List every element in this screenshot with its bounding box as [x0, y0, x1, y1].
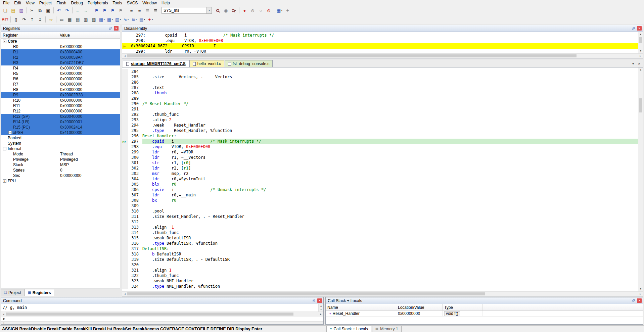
scroll-thumb[interactable] [639, 98, 642, 112]
tab-memory-1[interactable]: ▦Memory 1 [372, 326, 402, 332]
menu-item-peripherals[interactable]: Peripherals [85, 0, 110, 6]
pin-icon[interactable] [108, 26, 113, 31]
code-line[interactable]: 293 .align 2 [122, 117, 638, 123]
register-row-r10[interactable]: R100x00000000 [1, 98, 120, 103]
navigate-forward-button[interactable]: → [82, 7, 90, 14]
code-line[interactable]: 317DefaultISR: [122, 246, 638, 251]
close-icon[interactable]: ✕ [317, 298, 322, 303]
tab-registers[interactable]: ▦Registers [25, 289, 54, 296]
new-file-button[interactable]: ❏ [1, 7, 9, 14]
incremental-find-button[interactable]: ▾ [230, 7, 238, 14]
location-column-header[interactable]: Location/Value [396, 304, 443, 311]
code-line[interactable]: 302 ldr r2, [r1] [122, 165, 638, 171]
find-in-files-button[interactable] [214, 7, 222, 14]
scroll-thumb[interactable] [127, 292, 485, 295]
code-line[interactable]: 298 .equ VTOR, 0xE000ED08 [122, 144, 638, 149]
type-column-header[interactable]: Type [443, 304, 483, 311]
disassembly-window-toggle[interactable]: ▦ [66, 16, 74, 23]
menu-item-svcs[interactable]: SVCS [125, 0, 140, 6]
register-row-core[interactable]: -Core [1, 39, 120, 44]
scroll-track[interactable] [638, 37, 643, 49]
scroll-down-icon[interactable]: ▼ [638, 287, 643, 291]
menu-item-project[interactable]: Project [37, 0, 54, 6]
code-line[interactable]: 307 ldr r0,=__main [122, 192, 638, 198]
scroll-left-icon[interactable]: ◄ [122, 293, 127, 295]
register-column-header[interactable]: Register [1, 32, 58, 38]
scroll-thumb[interactable] [639, 37, 642, 43]
command-log[interactable]: // g, main ▲ ▼ [1, 304, 323, 312]
disassembly-hscrollbar[interactable]: ◄ ► [122, 53, 643, 58]
pin-icon[interactable] [312, 298, 316, 303]
register-row-privilege[interactable]: PrivilegePrivileged [1, 157, 120, 162]
collapse-icon[interactable]: - [3, 40, 6, 43]
code-line[interactable]: 285 .size __Vectors, . - __Vectors [122, 74, 638, 80]
disable-all-breakpoints-button[interactable]: ○ [257, 7, 265, 14]
show-next-statement-button[interactable]: ⇒ [47, 16, 55, 23]
disassembly-vscrollbar[interactable]: ▲ ▼ [638, 32, 643, 53]
scroll-right-icon[interactable]: ► [638, 293, 643, 295]
register-row-r14lr[interactable]: R14 (LR)0x20000001 [1, 119, 120, 125]
command-vscrollbar[interactable]: ▲ ▼ [318, 304, 323, 312]
code-line[interactable]: 300 ldr r1, =__Vectors [122, 155, 638, 160]
toolbox-dropdown[interactable]: ✦▾ [146, 16, 154, 23]
serial-windows-dropdown[interactable]: ▥▾ [114, 16, 122, 23]
chevron-down-icon[interactable]: ▾ [206, 7, 212, 13]
code-line[interactable]: 312 [122, 219, 638, 225]
code-line[interactable]: 287 .text [122, 85, 638, 90]
bookmark-next-button[interactable]: ⚑ [109, 7, 117, 14]
step-over-button[interactable]: ↷ [20, 16, 28, 23]
close-icon[interactable]: ✕ [114, 26, 119, 31]
scroll-up-icon[interactable]: ▲ [638, 67, 643, 72]
paste-button[interactable]: ▣ [44, 7, 52, 14]
symbol-window-toggle[interactable]: ▤ [74, 16, 82, 23]
register-row-banked[interactable]: Banked [1, 135, 120, 141]
code-line[interactable]: 299 ldr r0, =VTOR [122, 149, 638, 155]
tab-project[interactable]: ❏Project [1, 289, 24, 296]
code-line[interactable]: 303 msr msp, r2 [122, 171, 638, 176]
register-row-states[interactable]: States0 [1, 168, 120, 173]
code-line[interactable]: 296Reset_Handler: [122, 133, 638, 139]
comment-selection-button[interactable]: ≣ [144, 7, 151, 14]
code-line[interactable]: 304 ldr r0,=SystemInit [122, 176, 638, 182]
code-line[interactable]: 295 .type Reset_Handler, %function [122, 128, 638, 133]
code-line[interactable]: 315 .weak DefaultISR [122, 235, 638, 241]
configure-button[interactable]: ✦ [284, 7, 291, 14]
disassembly-current-line[interactable]: ▶0x30002414 B672 CPSID I [122, 43, 638, 49]
scroll-down-icon[interactable]: ▼ [319, 308, 323, 312]
window-layout-dropdown[interactable]: ▦▾ [276, 7, 283, 14]
call-stack-row[interactable]: ♦Reset_Handler0x00000000void f() [326, 311, 643, 317]
scroll-down-icon[interactable]: ▼ [638, 49, 643, 53]
system-viewer-dropdown[interactable]: ▤▾ [138, 16, 146, 23]
code-line[interactable]: 318 b DefaultISR [122, 251, 638, 257]
command-input[interactable]: > [1, 316, 323, 321]
scroll-track[interactable] [638, 72, 643, 287]
value-column-header[interactable]: Value [58, 32, 120, 38]
code-line[interactable]: 309 [122, 203, 638, 208]
code-line[interactable]: 311 .size Reset_Handler, . - Reset_Handl… [122, 214, 638, 219]
reset-cpu-button[interactable]: RST [1, 16, 9, 23]
register-row-stack[interactable]: StackMSP [1, 162, 120, 168]
navigate-back-button[interactable]: ← [74, 7, 82, 14]
code-line[interactable]: 294 .weak Reset_Handler [122, 123, 638, 128]
disassembly-line[interactable]: 297: cpsid i /* Mask interrupts */ [122, 33, 638, 38]
code-line[interactable]: ▶▶297 cpsid i /* Mask interrupts */ [122, 139, 638, 144]
save-all-button[interactable]: ▥ [17, 7, 25, 14]
bookmark-toggle-button[interactable]: ⚑ [93, 7, 100, 14]
code-line[interactable]: 316 .type DefaultISR, %function [122, 241, 638, 246]
current-statement-combo[interactable]: SYS_ms▾ [162, 7, 212, 14]
editor-tab-hello-world-c[interactable]: hello_world.c [189, 60, 224, 67]
code-line[interactable]: 322 .thumb_func [122, 273, 638, 278]
register-row-r13sp[interactable]: R13 (SP)0x20040000 [1, 114, 120, 119]
editor-tab-fsl-debug-console-c[interactable]: fsl_debug_console.c [225, 60, 273, 67]
scroll-left-icon[interactable]: ◄ [122, 55, 127, 57]
register-row-r8[interactable]: R80x00000000 [1, 87, 120, 92]
code-line[interactable]: 319 .size DefaultISR, . - DefaultISR [122, 257, 638, 262]
register-row-system[interactable]: System [1, 141, 120, 146]
code-line[interactable]: 288 .thumb [122, 90, 638, 96]
scroll-left-icon[interactable]: ◄ [1, 322, 6, 324]
scroll-track[interactable] [6, 312, 318, 316]
scroll-thumb[interactable] [6, 313, 293, 316]
expand-icon[interactable]: + [3, 179, 6, 183]
code-line[interactable]: 310 .pool [122, 208, 638, 214]
code-line[interactable]: 324 .type NMI_Handler, %function [122, 284, 638, 289]
